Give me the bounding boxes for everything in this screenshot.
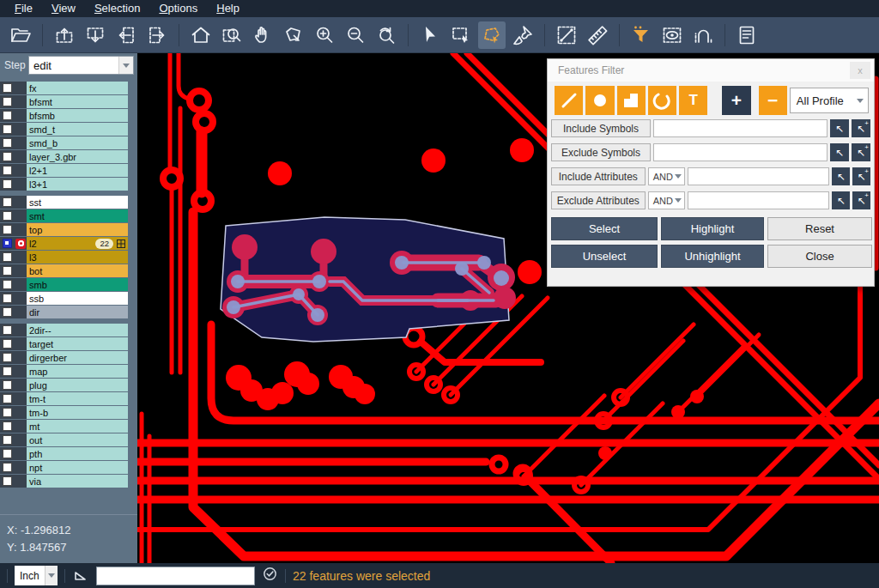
unselect-button[interactable]: Unselect [551, 245, 658, 268]
angle-measure-icon[interactable] [72, 566, 89, 586]
layer-row-smd_b[interactable]: smd_b [0, 136, 137, 149]
view-eye-icon[interactable] [658, 21, 686, 49]
command-input[interactable] [96, 567, 255, 585]
and-or-dropdown[interactable]: AND [648, 191, 686, 209]
assign-arrow-icon[interactable]: ↖ [832, 191, 850, 209]
close-button[interactable]: Close [767, 245, 872, 268]
layer-name[interactable]: l2+1 [27, 164, 128, 177]
layer-name[interactable]: sst [27, 196, 128, 209]
layer-row-sst[interactable]: sst [0, 196, 137, 209]
select-polygon-icon[interactable] [478, 21, 506, 49]
layer-name[interactable]: dirgerber [27, 351, 128, 364]
assign-arrow-icon[interactable]: ↖ [830, 143, 849, 161]
chevron-down-icon[interactable] [45, 566, 58, 585]
close-icon[interactable]: x [850, 62, 870, 79]
layer-row-target[interactable]: target [0, 337, 137, 350]
layer-name[interactable]: fx [27, 82, 128, 94]
chevron-down-icon[interactable] [118, 57, 133, 74]
layer-name[interactable]: plug [27, 379, 128, 391]
layer-visibility-checkbox[interactable] [3, 179, 12, 189]
view-down-icon[interactable] [82, 21, 109, 49]
layer-name[interactable]: out [27, 433, 128, 446]
ruler-icon[interactable] [584, 21, 611, 49]
open-file-icon[interactable] [7, 21, 34, 49]
measure-line-icon[interactable] [553, 21, 580, 49]
layer-visibility-checkbox[interactable] [3, 211, 12, 221]
select-cursor-icon[interactable] [416, 21, 444, 49]
layer-row-plug[interactable]: plug [0, 379, 137, 391]
and-or-dropdown[interactable]: AND [648, 167, 686, 185]
layer-visibility-checkbox[interactable] [3, 280, 12, 289]
zoom-window-icon[interactable] [218, 21, 246, 49]
text-tool-icon[interactable]: T [679, 86, 707, 115]
view-left-icon[interactable] [112, 21, 140, 49]
layer-name[interactable]: smb [27, 278, 128, 291]
layer-row-tm-t[interactable]: tm-t [0, 392, 137, 405]
refresh-icon[interactable] [262, 566, 278, 585]
layer-visibility-checkbox[interactable] [3, 197, 12, 207]
layer-row-l2+1[interactable]: l2+1 [0, 164, 137, 177]
layer-name[interactable]: bot [27, 264, 128, 277]
layer-visibility-checkbox[interactable] [3, 339, 12, 349]
layer-visibility-checkbox[interactable] [3, 166, 12, 175]
include-symbols-button[interactable]: Include Symbols [551, 119, 651, 137]
assign-arrow-add-icon[interactable]: ↖+ [852, 191, 870, 209]
layer-row-l2[interactable]: l222 [0, 237, 137, 250]
layer-visibility-checkbox[interactable] [3, 225, 12, 234]
view-right-icon[interactable] [143, 21, 171, 49]
layer-visibility-checkbox[interactable] [3, 97, 12, 106]
layer-visibility-checkbox[interactable] [3, 124, 12, 134]
layer-name[interactable]: target [27, 337, 128, 350]
layer-row-npt[interactable]: npt [0, 461, 137, 474]
layer-visibility-checkbox[interactable] [3, 476, 12, 486]
grid-icon[interactable] [117, 239, 125, 248]
layer-name[interactable]: bfsmt [27, 95, 128, 108]
layer-visibility-checkbox[interactable] [3, 307, 12, 317]
features-filter-icon[interactable] [627, 21, 655, 49]
step-dropdown[interactable]: edit [28, 56, 134, 75]
layer-name[interactable]: mt [27, 420, 128, 433]
layer-row-smt[interactable]: smt [0, 209, 137, 222]
layer-row-2dir--[interactable]: 2dir-- [0, 324, 137, 336]
layer-row-tm-b[interactable]: tm-b [0, 406, 137, 419]
exclude-attributes-button[interactable]: Exclude Attributes [551, 191, 646, 209]
menu-item-selection[interactable]: Selection [85, 0, 149, 17]
menu-item-file[interactable]: File [5, 0, 42, 17]
layer-row-mt[interactable]: mt [0, 420, 137, 433]
layer-visibility-checkbox[interactable] [3, 449, 12, 458]
clean-brush-icon[interactable] [509, 21, 536, 49]
layer-row-pth[interactable]: pth [0, 447, 137, 460]
layer-name[interactable]: l222 [27, 237, 128, 250]
layer-visibility-checkbox[interactable] [3, 367, 12, 376]
exclude-attributes-field[interactable] [688, 191, 829, 209]
layer-name[interactable]: 2dir-- [27, 324, 128, 336]
include-symbols-field[interactable] [653, 119, 827, 137]
profile-dropdown[interactable]: All Profile [790, 88, 869, 113]
layer-visibility-checkbox[interactable] [3, 421, 12, 431]
layer-name[interactable]: tm-b [27, 406, 128, 419]
assign-arrow-add-icon[interactable]: ↖+ [852, 119, 870, 137]
layer-name[interactable]: bfsmb [27, 109, 128, 122]
pan-hand-icon[interactable] [249, 21, 276, 49]
layer-row-out[interactable]: out [0, 433, 137, 446]
unit-dropdown[interactable]: Inch [15, 566, 58, 585]
layer-row-l3+1[interactable]: l3+1 [0, 178, 137, 191]
exclude-symbols-field[interactable] [653, 143, 827, 161]
layer-row-ssb[interactable]: ssb [0, 292, 137, 305]
layer-visibility-checkbox[interactable] [3, 294, 12, 303]
zoom-in-icon[interactable] [311, 21, 338, 49]
layer-visibility-checkbox[interactable] [3, 83, 12, 93]
unhighlight-button[interactable]: Unhighlight [661, 245, 764, 268]
assign-arrow-icon[interactable]: ↖ [830, 119, 849, 137]
layer-visibility-checkbox[interactable] [3, 408, 12, 417]
line-tool-icon[interactable] [555, 86, 583, 115]
layer-visibility-checkbox[interactable] [3, 252, 12, 262]
layer-visibility-checkbox[interactable] [3, 325, 12, 335]
layer-row-bot[interactable]: bot [0, 264, 137, 277]
remove-filter-button[interactable]: − [759, 86, 787, 115]
layer-name[interactable]: smt [27, 209, 128, 222]
include-attributes-button[interactable]: Include Attributes [551, 167, 646, 185]
layer-row-dir[interactable]: dir [0, 306, 137, 318]
layer-row-smb[interactable]: smb [0, 278, 137, 291]
layer-row-layer_3.gbr[interactable]: layer_3.gbr [0, 150, 137, 163]
